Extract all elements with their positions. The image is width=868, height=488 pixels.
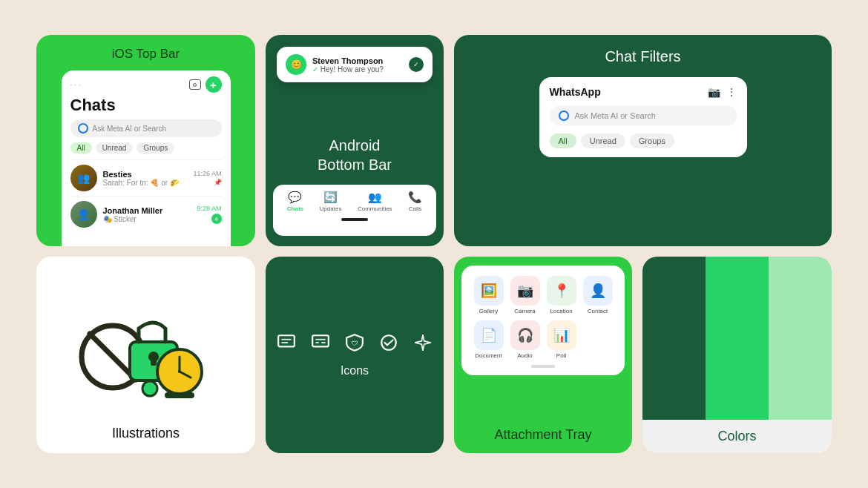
message-badge: 4 bbox=[211, 214, 222, 224]
home-indicator bbox=[341, 218, 368, 221]
filters-card-title: Chat Filters bbox=[605, 48, 680, 65]
android-card-title: AndroidBottom Bar bbox=[318, 136, 392, 174]
avatar-besties: 👥 bbox=[70, 165, 97, 191]
filters-meta-icon bbox=[559, 111, 569, 121]
cards-grid: iOS Top Bar ··· + Chats Ask Meta AI or S… bbox=[23, 22, 845, 466]
chat-item-besties[interactable]: 👥 Besties Sarah: For tn: 🍕 or 🌮 11:26 AM… bbox=[70, 159, 222, 196]
main-container: iOS Top Bar ··· + Chats Ask Meta AI or S… bbox=[0, 0, 868, 488]
svg-text:🛡: 🛡 bbox=[352, 340, 358, 347]
attachment-tray-card: 🖼️ Gallery 📷 Camera 📍 Location 👤 Contact bbox=[454, 257, 632, 453]
nav-calls[interactable]: 📞 Calls bbox=[408, 191, 422, 212]
nav-chats[interactable]: 💬 Chats bbox=[287, 191, 303, 212]
notification-name: Steven Thompson bbox=[312, 56, 384, 65]
notification-card: 😊 Steven Thompson ✓ Hey! How are you? ✓ bbox=[277, 47, 433, 82]
shield-icon: 🛡 bbox=[345, 333, 364, 352]
chats-heading: Chats bbox=[70, 96, 222, 115]
tray-gallery-item[interactable]: 🖼️ Gallery bbox=[473, 276, 504, 314]
svg-rect-4 bbox=[151, 357, 157, 366]
tray-audio-item[interactable]: 🎧 Audio bbox=[510, 320, 540, 359]
sparkle-icon bbox=[413, 333, 433, 352]
search-placeholder-text: Ask Meta AI or Search bbox=[93, 125, 167, 133]
camera-icon-filters: 📷 bbox=[708, 86, 720, 98]
filters-mockup: WhatsApp 📷 ⋮ Ask Meta AI or Search All U… bbox=[539, 77, 747, 157]
besties-msg: Sarah: For tn: 🍕 or 🌮 bbox=[103, 179, 188, 187]
filter-unread[interactable]: Unread bbox=[96, 142, 134, 154]
notification-message: ✓ Hey! How are you? bbox=[312, 65, 384, 73]
color-swatch-dark bbox=[642, 257, 706, 420]
illustrations-title: Illustrations bbox=[112, 426, 180, 441]
nav-updates[interactable]: 🔄 Updates bbox=[320, 191, 342, 212]
besties-time: 11:26 AM bbox=[193, 170, 221, 177]
add-chat-button[interactable]: + bbox=[206, 76, 222, 93]
chat-filters-card: Chat Filters WhatsApp 📷 ⋮ Ask Meta AI or… bbox=[454, 35, 832, 246]
filters-search-bar[interactable]: Ask Meta AI or Search bbox=[550, 105, 737, 126]
icons-label: Icons bbox=[341, 364, 369, 377]
tray-document-item[interactable]: 📄 Document bbox=[473, 320, 504, 359]
more-icon-filters[interactable]: ⋮ bbox=[726, 86, 737, 98]
illustrations-art bbox=[48, 268, 243, 423]
ios-top-bar-card: iOS Top Bar ··· + Chats Ask Meta AI or S… bbox=[36, 35, 255, 246]
tray-poll-item[interactable]: 📊 Poll bbox=[546, 320, 576, 359]
svg-rect-11 bbox=[278, 335, 295, 346]
svg-rect-10 bbox=[165, 392, 194, 398]
nav-communities[interactable]: 👥 Communities bbox=[358, 191, 392, 212]
meta-ai-icon bbox=[78, 123, 88, 133]
filters-search-placeholder: Ask Meta AI or Search bbox=[575, 111, 656, 120]
colors-swatches bbox=[642, 257, 832, 420]
chat-icon bbox=[277, 333, 296, 352]
icons-card: 🛡 Icons bbox=[266, 257, 444, 453]
android-bottom-nav: 💬 Chats 🔄 Updates 👥 Communities 📞 Calls bbox=[273, 185, 436, 236]
filter-tab-row: All Unread Groups bbox=[550, 133, 737, 148]
chat-item-jonathan[interactable]: 👤 Jonathan Miller 🎭 Sticker 9:28 AM 4 bbox=[70, 196, 222, 232]
whatsapp-logo-text: WhatsApp bbox=[550, 86, 601, 98]
jonathan-name: Jonathan Miller bbox=[103, 206, 191, 215]
tray-camera-item[interactable]: 📷 Camera bbox=[510, 276, 540, 314]
checkmark-icon bbox=[379, 333, 398, 352]
filter-chips: All Unread Groups bbox=[70, 142, 222, 154]
svg-rect-14 bbox=[312, 335, 329, 346]
colors-label: Colors bbox=[642, 420, 832, 453]
search-bar[interactable]: Ask Meta AI or Search bbox=[70, 119, 222, 137]
colors-card: Colors bbox=[642, 257, 832, 453]
tray-handle bbox=[531, 365, 555, 368]
tray-location-item[interactable]: 📍 Location bbox=[546, 276, 576, 314]
color-swatch-light bbox=[769, 257, 832, 420]
color-swatch-mid bbox=[706, 257, 769, 420]
tray-mockup: 🖼️ Gallery 📷 Camera 📍 Location 👤 Contact bbox=[461, 266, 625, 375]
jonathan-time: 9:28 AM bbox=[197, 205, 221, 212]
phone-dots-icon: ··· bbox=[70, 81, 83, 89]
list-icon bbox=[311, 333, 330, 352]
tab-unread[interactable]: Unread bbox=[581, 133, 625, 148]
android-bottom-bar-card: 😊 Steven Thompson ✓ Hey! How are you? ✓ … bbox=[266, 35, 444, 246]
camera-icon bbox=[189, 79, 201, 90]
phone-top-row: ··· + bbox=[70, 76, 222, 93]
illustrations-card: Illustrations bbox=[36, 257, 255, 453]
besties-name: Besties bbox=[103, 170, 188, 179]
filter-all[interactable]: All bbox=[70, 142, 92, 154]
pin-icon: 📌 bbox=[214, 179, 222, 186]
tab-all[interactable]: All bbox=[550, 133, 576, 148]
notification-avatar: 😊 bbox=[286, 54, 306, 75]
svg-point-9 bbox=[142, 381, 157, 396]
notification-check-button[interactable]: ✓ bbox=[409, 57, 424, 72]
ios-card-title: iOS Top Bar bbox=[112, 47, 180, 62]
jonathan-msg: 🎭 Sticker bbox=[103, 215, 191, 223]
svg-marker-20 bbox=[415, 334, 431, 351]
tray-contact-item[interactable]: 👤 Contact bbox=[582, 276, 613, 314]
avatar-jonathan: 👤 bbox=[70, 201, 97, 228]
tray-title: Attachment Tray bbox=[494, 427, 591, 443]
tab-groups[interactable]: Groups bbox=[630, 133, 674, 148]
icons-row: 🛡 bbox=[277, 333, 433, 352]
filter-groups[interactable]: Groups bbox=[137, 142, 174, 154]
phone-mockup: ··· + Chats Ask Meta AI or Search All Un bbox=[62, 70, 231, 246]
